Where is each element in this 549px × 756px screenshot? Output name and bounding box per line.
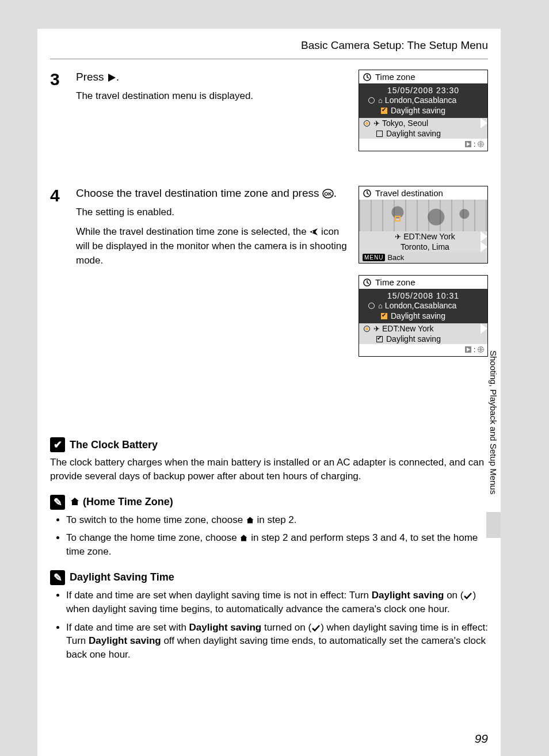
text: . [334, 187, 337, 199]
step-content: Choose the travel destination time zone … [76, 186, 359, 368]
text: in step 2. [254, 514, 297, 525]
text: While the travel destination time zone i… [76, 226, 309, 237]
note-home-timezone: ✎ (Home Time Zone) To switch to the home… [50, 495, 488, 559]
note-clock-battery: ✔ The Clock Battery The clock battery ch… [50, 437, 488, 483]
airplane-icon: ✈ [373, 324, 380, 333]
note-heading: ✎ (Home Time Zone) [50, 495, 488, 510]
checkbox-on-icon [376, 336, 383, 342]
lcd-datetime: 15/05/2008 10:31 [364, 291, 483, 300]
note-title: Daylight Saving Time [70, 571, 174, 583]
text: (Home Time Zone) [80, 496, 173, 507]
back-label: Back [387, 253, 404, 262]
lcd-title: Travel destination [375, 188, 443, 198]
lcd-title: Time zone [375, 72, 415, 82]
step-body: The travel destination menu is displayed… [76, 89, 353, 104]
text: Toronto, Lima [401, 242, 449, 251]
lcd-home-dst-row: Daylight saving [364, 105, 483, 116]
note-list: If date and time are set when daylight s… [50, 589, 488, 662]
radio-icon [368, 303, 375, 309]
home-icon [239, 534, 248, 543]
note-dst: ✎ Daylight Saving Time If date and time … [50, 570, 488, 662]
globe-small-icon [478, 141, 484, 147]
radio-on-icon [364, 120, 370, 127]
text: To switch to the home time zone, choose [66, 514, 246, 525]
lcd-map-line1: ✈ EDT:New York [359, 231, 487, 242]
lcd-title: Time zone [375, 277, 415, 287]
lcd-title-row: Time zone [359, 70, 487, 83]
lcd-home-row: ⌂ London,Casablanca [364, 95, 483, 105]
note-title: The Clock Battery [70, 439, 158, 451]
step-title: Choose the travel destination time zone … [76, 186, 353, 201]
pencil-badge-icon: ✎ [50, 570, 65, 585]
clock-world-icon [363, 72, 372, 82]
svg-text:OK: OK [324, 191, 332, 197]
note-heading: ✔ The Clock Battery [50, 437, 488, 452]
list-item: If date and time are set when daylight s… [66, 589, 488, 616]
lcd-dest-row: ✈ Tokyo, Seoul [359, 118, 487, 128]
clock-world-icon [363, 189, 372, 198]
lcd-home-label: London,Casablanca [385, 96, 457, 105]
bold-text: Daylight saving [372, 590, 444, 601]
menu-badge: MENU [363, 254, 385, 261]
home-icon [246, 516, 254, 525]
side-tab-label: Shooting, Playback and Setup Menus [489, 348, 498, 494]
lcd-title-row: Travel destination [359, 186, 487, 200]
lcd-dest-dst-row: Daylight saving [359, 128, 487, 139]
svg-marker-0 [108, 74, 116, 82]
lcd-back-row: MENU Back [359, 252, 487, 263]
lcd-column: Time zone 15/05/2008 23:30 ⌂ London,Casa… [359, 70, 488, 163]
play-small-icon [465, 141, 471, 147]
step-body: The setting is enabled. [76, 205, 353, 220]
check-icon [463, 592, 472, 600]
page-header: Basic Camera Setup: The Setup Menu [50, 39, 488, 52]
ok-button-icon: OK [322, 189, 334, 198]
lcd-dest-label: Tokyo, Seoul [382, 119, 428, 128]
lcd-footer: : [359, 139, 487, 151]
text: To change the home time zone, choose [66, 532, 239, 543]
page: Basic Camera Setup: The Setup Menu 3 Pre… [37, 29, 501, 756]
lcd-panel-timezone-2: Time zone 15/05/2008 10:31 ⌂ London,Casa… [359, 275, 488, 357]
check-icon [311, 624, 321, 632]
lcd-dark-block: 15/05/2008 10:31 ⌂ London,Casablanca Day… [359, 289, 487, 323]
airplane-icon [309, 227, 318, 236]
airplane-icon: ✈ [395, 232, 401, 241]
list-item: To switch to the home time zone, choose … [66, 513, 488, 527]
lcd-home-row: ⌂ London,Casablanca [364, 300, 483, 311]
lcd-dest-row: ✈ EDT:New York [359, 323, 487, 334]
play-right-icon [107, 73, 116, 82]
step-title: Press . [76, 70, 353, 85]
text: on ( [444, 590, 463, 601]
list-item: To change the home time zone, choose in … [66, 531, 488, 559]
text: Choose the travel destination time zone … [76, 187, 322, 199]
lcd-home-dst: Daylight saving [391, 106, 445, 115]
checkbox-on-icon [381, 108, 387, 114]
home-icon [70, 497, 80, 507]
header-rule [50, 59, 488, 59]
globe-small-icon [478, 346, 484, 353]
side-tab-marker [486, 512, 501, 538]
note-title: (Home Time Zone) [70, 496, 173, 508]
note-body: The clock battery charges when the main … [50, 456, 488, 483]
text: Press [76, 71, 107, 83]
radio-on-icon [364, 326, 370, 332]
step-content: Press . The travel destination menu is d… [76, 70, 359, 163]
lcd-panel-timezone-1: Time zone 15/05/2008 23:30 ⌂ London,Casa… [359, 70, 488, 151]
text: turned on ( [261, 622, 311, 633]
checkbox-on-icon [381, 313, 387, 319]
step-body: While the travel destination time zone i… [76, 225, 353, 268]
caution-badge-icon: ✔ [50, 437, 65, 452]
home-icon: ⌂ [378, 301, 383, 310]
lcd-home-label: London,Casablanca [385, 301, 457, 310]
lcd-title-row: Time zone [359, 276, 487, 289]
side-tab: Shooting, Playback and Setup Menus [486, 348, 501, 538]
text: If date and time are set with [66, 622, 189, 633]
clock-world-icon [363, 278, 372, 287]
note-list: To switch to the home time zone, choose … [50, 513, 488, 559]
lcd-panel-travel-dest: Travel destination ✈ EDT:New York Toront… [359, 186, 488, 264]
map-cursor [395, 216, 401, 222]
checkbox-off-icon [376, 131, 383, 137]
step-number: 3 [50, 70, 76, 163]
note-heading: ✎ Daylight Saving Time [50, 570, 488, 585]
text: . [116, 71, 119, 83]
step-3: 3 Press . The travel destination menu is… [50, 70, 488, 163]
